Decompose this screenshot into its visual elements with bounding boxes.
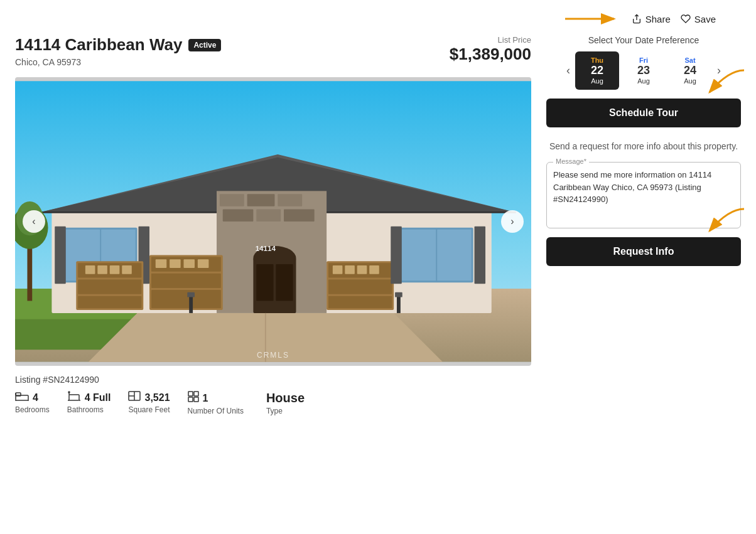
- sqft-label: Square Feet: [128, 405, 170, 414]
- svg-text:14114: 14114: [256, 244, 276, 252]
- svg-rect-47: [345, 265, 355, 274]
- svg-rect-78: [188, 392, 193, 396]
- svg-rect-30: [85, 265, 95, 274]
- svg-rect-46: [333, 265, 343, 274]
- save-label: Save: [694, 14, 716, 24]
- svg-rect-48: [357, 265, 367, 274]
- stat-bedrooms: 4 Bedrooms: [15, 391, 50, 414]
- svg-rect-66: [16, 393, 21, 396]
- units-icon: [188, 391, 199, 405]
- stat-units: 1 Number Of Units: [188, 391, 244, 415]
- bathrooms-label: Bathrooms: [67, 405, 104, 414]
- request-section: Send a request for more info about this …: [546, 140, 741, 266]
- share-icon: [632, 14, 642, 24]
- request-info-button[interactable]: Request Info: [546, 237, 741, 266]
- svg-rect-19: [256, 264, 273, 301]
- date-num-fri: 23: [637, 64, 650, 77]
- date-day-sat: Sat: [684, 56, 695, 64]
- save-button[interactable]: Save: [681, 14, 716, 24]
- svg-rect-45: [328, 296, 392, 308]
- sqft-icon: [128, 391, 141, 404]
- type-value: House: [266, 391, 305, 405]
- property-stats: 4 Bedrooms: [15, 391, 531, 415]
- svg-rect-32: [110, 265, 120, 274]
- svg-rect-41: [198, 259, 209, 268]
- svg-rect-52: [437, 230, 471, 281]
- svg-rect-44: [328, 279, 392, 294]
- property-title-block: 14114 Caribbean Way Active: [15, 35, 221, 55]
- heart-icon: [681, 14, 691, 24]
- svg-rect-49: [369, 265, 379, 274]
- date-option-thu[interactable]: Thu 22 Aug: [575, 51, 619, 90]
- stat-bathrooms: 4 Full Bathrooms: [67, 391, 111, 414]
- property-address: Chico, CA 95973: [15, 57, 221, 67]
- price-value: $1,389,000: [450, 45, 531, 64]
- svg-rect-28: [78, 279, 141, 294]
- svg-rect-40: [183, 259, 195, 268]
- schedule-tour-button[interactable]: Schedule Tour: [546, 99, 741, 127]
- date-day-fri: Fri: [639, 56, 648, 64]
- schedule-arrow-icon: [691, 67, 747, 99]
- bed-icon: [15, 391, 29, 404]
- request-arrow-icon: [691, 206, 747, 237]
- svg-rect-53: [391, 227, 402, 284]
- svg-rect-38: [156, 259, 167, 268]
- date-pref-label: Select Your Date Preference: [546, 35, 741, 45]
- image-prev-button[interactable]: ‹: [23, 210, 45, 233]
- property-street: 14114 Caribbean Way: [15, 35, 182, 55]
- svg-rect-81: [194, 397, 198, 402]
- svg-rect-36: [151, 274, 221, 288]
- image-next-button[interactable]: ›: [501, 210, 524, 233]
- bedrooms-value: 4: [33, 392, 38, 403]
- message-label: Message*: [553, 158, 589, 165]
- svg-rect-62: [397, 295, 401, 313]
- bedrooms-label: Bedrooms: [15, 405, 50, 414]
- date-day-thu: Thu: [591, 56, 603, 64]
- svg-rect-20: [276, 264, 293, 301]
- stat-type: House Type: [266, 391, 305, 415]
- date-option-fri[interactable]: Fri 23 Aug: [622, 51, 666, 90]
- date-month-thu: Aug: [591, 77, 603, 85]
- svg-rect-54: [475, 227, 486, 284]
- svg-rect-16: [284, 210, 315, 222]
- price-label: List Price: [450, 35, 531, 45]
- date-prev-button[interactable]: ‹: [564, 64, 573, 77]
- watermark: CRMLS: [257, 351, 289, 360]
- svg-rect-63: [395, 292, 402, 297]
- svg-rect-60: [189, 295, 193, 313]
- active-badge: Active: [188, 39, 221, 51]
- svg-rect-24: [55, 227, 66, 284]
- svg-rect-13: [278, 194, 302, 206]
- share-button[interactable]: Share: [632, 14, 671, 24]
- svg-rect-29: [78, 296, 141, 308]
- bathrooms-value: 4 Full: [85, 392, 111, 403]
- share-label: Share: [645, 14, 671, 24]
- date-num-thu: 22: [591, 64, 603, 77]
- type-label: Type: [266, 407, 283, 415]
- units-value: 1: [203, 393, 208, 404]
- svg-rect-31: [97, 265, 107, 274]
- svg-rect-70: [69, 395, 79, 400]
- share-arrow-icon: [565, 10, 622, 28]
- svg-rect-37: [151, 290, 221, 308]
- svg-rect-11: [220, 194, 244, 206]
- svg-rect-39: [170, 259, 181, 268]
- listing-id: Listing #SN24124990: [15, 375, 531, 385]
- svg-rect-80: [188, 397, 193, 402]
- svg-rect-33: [122, 265, 132, 274]
- svg-rect-12: [247, 194, 275, 206]
- svg-rect-79: [194, 392, 198, 396]
- bath-icon: [67, 391, 81, 404]
- request-desc: Send a request for more info about this …: [546, 140, 741, 153]
- svg-rect-14: [223, 210, 254, 222]
- svg-rect-15: [256, 210, 281, 222]
- svg-rect-61: [187, 292, 195, 297]
- stat-sqft: 3,521 Square Feet: [128, 391, 170, 414]
- sqft-value: 3,521: [144, 392, 170, 403]
- date-month-fri: Aug: [637, 77, 650, 85]
- svg-rect-51: [402, 230, 436, 281]
- units-label: Number Of Units: [188, 407, 244, 415]
- property-image-wrap: 14114 ‹ › CRMLS: [15, 77, 531, 366]
- property-image: 14114: [15, 77, 531, 366]
